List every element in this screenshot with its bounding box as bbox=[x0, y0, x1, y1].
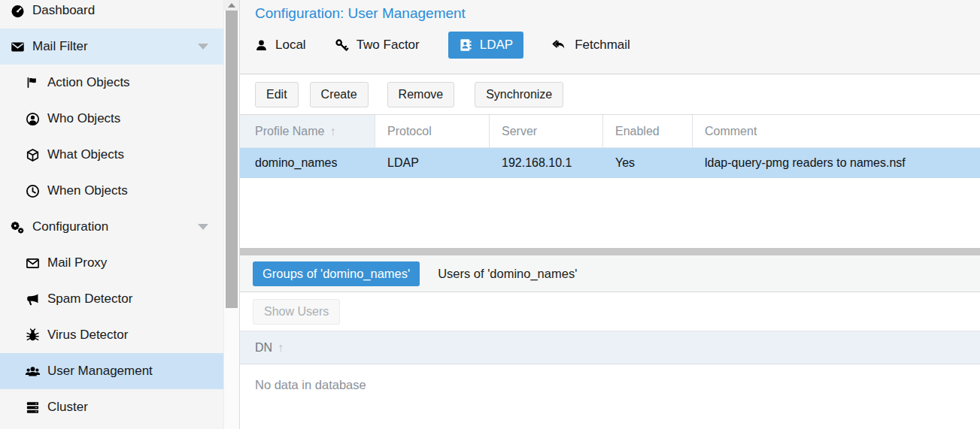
sidebar-item-label: Virus Detector bbox=[47, 328, 128, 343]
column-label: Enabled bbox=[615, 125, 660, 138]
cell-profile-name: domino_names bbox=[240, 148, 375, 178]
panel-splitter[interactable] bbox=[240, 248, 980, 255]
cell-protocol: LDAP bbox=[375, 148, 490, 178]
address-book-icon bbox=[459, 38, 472, 52]
page-title: Configuration: User Management bbox=[240, 0, 980, 22]
column-label: DN bbox=[255, 341, 272, 355]
profiles-toolbar: Edit Create Remove Synchronize bbox=[240, 74, 980, 115]
column-header-comment[interactable]: Comment bbox=[693, 115, 980, 147]
create-button[interactable]: Create bbox=[310, 82, 369, 107]
header-zone: Configuration: User Management Local Two… bbox=[240, 0, 980, 74]
envelope-solid-icon bbox=[9, 40, 26, 53]
column-label: Server bbox=[502, 125, 537, 138]
sidebar: Dashboard Mail Filter Action Objects Who… bbox=[0, 0, 223, 429]
cube-icon bbox=[24, 148, 41, 162]
sidebar-scrollbar[interactable] bbox=[223, 0, 239, 429]
bullhorn-icon bbox=[24, 292, 41, 306]
sidebar-item-label: What Objects bbox=[47, 147, 124, 162]
column-header-server[interactable]: Server bbox=[490, 115, 603, 147]
edit-button[interactable]: Edit bbox=[255, 82, 299, 107]
user-circle-icon bbox=[24, 112, 41, 125]
column-label: Profile Name bbox=[255, 125, 324, 138]
chevron-down-icon[interactable] bbox=[198, 224, 208, 230]
tab-label: Two Factor bbox=[357, 38, 420, 53]
sidebar-item-label: Configuration bbox=[32, 219, 108, 234]
sidebar-item-label: Spam Detector bbox=[47, 292, 132, 307]
sidebar-item-when-objects[interactable]: When Objects bbox=[0, 173, 223, 209]
dashboard-icon bbox=[9, 4, 26, 17]
gears-icon bbox=[9, 220, 26, 234]
users-icon bbox=[24, 364, 41, 378]
column-header-profile-name[interactable]: Profile Name ↑ bbox=[240, 115, 375, 147]
remove-button[interactable]: Remove bbox=[387, 82, 455, 107]
sidebar-item-label: Mail Filter bbox=[32, 39, 88, 54]
profiles-table-header: Profile Name ↑ Protocol Server Enabled C… bbox=[240, 115, 980, 148]
scroll-up-arrow-icon bbox=[228, 3, 235, 8]
sidebar-item-what-objects[interactable]: What Objects bbox=[0, 137, 223, 173]
reply-all-icon bbox=[552, 38, 567, 52]
table-row[interactable]: domino_names LDAP 192.168.10.1 Yes ldap-… bbox=[240, 148, 980, 178]
bug-icon bbox=[24, 328, 41, 342]
main-panel: Configuration: User Management Local Two… bbox=[239, 0, 980, 429]
sidebar-item-virus-detector[interactable]: Virus Detector bbox=[0, 317, 223, 353]
synchronize-button[interactable]: Synchronize bbox=[475, 82, 563, 107]
tab-label: Fetchmail bbox=[575, 38, 630, 53]
sidebar-item-dashboard[interactable]: Dashboard bbox=[0, 0, 223, 29]
column-label: Comment bbox=[705, 125, 757, 138]
sidebar-item-cluster[interactable]: Cluster bbox=[0, 389, 223, 425]
sidebar-item-label: Dashboard bbox=[32, 3, 95, 18]
user-icon bbox=[255, 39, 268, 52]
profiles-table-empty-area bbox=[240, 178, 980, 248]
flag-icon bbox=[24, 76, 41, 89]
column-header-enabled[interactable]: Enabled bbox=[603, 115, 693, 147]
cell-comment: ldap-query-pmg readers to names.nsf bbox=[693, 148, 980, 178]
tab-fetchmail[interactable]: Fetchmail bbox=[552, 38, 630, 53]
server-icon bbox=[24, 400, 41, 414]
sidebar-item-user-management[interactable]: User Management bbox=[0, 353, 223, 389]
sidebar-item-label: Mail Proxy bbox=[47, 255, 107, 270]
key-icon bbox=[335, 38, 349, 53]
envelope-outline-icon bbox=[24, 256, 41, 270]
sidebar-item-mail-proxy[interactable]: Mail Proxy bbox=[0, 245, 223, 281]
sidebar-item-label: Who Objects bbox=[47, 111, 120, 126]
cell-server: 192.168.10.1 bbox=[490, 148, 603, 178]
chevron-down-icon[interactable] bbox=[198, 44, 208, 50]
sidebar-item-label: Cluster bbox=[47, 400, 88, 415]
detail-tab-bar: Groups of 'domino_names' Users of 'domin… bbox=[240, 255, 980, 292]
tab-two-factor[interactable]: Two Factor bbox=[335, 38, 420, 53]
column-header-dn[interactable]: DN ↑ bbox=[240, 331, 980, 364]
detail-toolbar: Show Users bbox=[240, 292, 980, 331]
sidebar-item-action-objects[interactable]: Action Objects bbox=[0, 65, 223, 101]
tab-groups[interactable]: Groups of 'domino_names' bbox=[253, 261, 420, 286]
scroll-up-button[interactable] bbox=[224, 0, 239, 11]
column-header-protocol[interactable]: Protocol bbox=[375, 115, 490, 147]
column-label: Protocol bbox=[387, 125, 432, 138]
clock-icon bbox=[24, 184, 41, 198]
dn-table-empty-text: No data in database bbox=[240, 364, 980, 429]
cell-enabled: Yes bbox=[603, 148, 693, 178]
sidebar-item-label: Action Objects bbox=[47, 75, 130, 90]
tab-bar: Local Two Factor LDAP Fetchmail bbox=[240, 22, 980, 68]
sidebar-item-label: User Management bbox=[47, 364, 153, 379]
sidebar-item-who-objects[interactable]: Who Objects bbox=[0, 101, 223, 137]
tab-label: LDAP bbox=[480, 38, 513, 53]
tab-users[interactable]: Users of 'domino_names' bbox=[438, 267, 577, 281]
sidebar-nav: Dashboard Mail Filter Action Objects Who… bbox=[0, 0, 223, 425]
sidebar-item-configuration[interactable]: Configuration bbox=[0, 209, 223, 245]
show-users-button[interactable]: Show Users bbox=[253, 299, 340, 325]
sidebar-item-mail-filter[interactable]: Mail Filter bbox=[0, 29, 223, 65]
sidebar-item-label: When Objects bbox=[47, 183, 128, 198]
sort-asc-icon: ↑ bbox=[278, 341, 284, 355]
scrollbar-thumb[interactable] bbox=[226, 11, 238, 308]
tab-label: Local bbox=[275, 38, 306, 53]
sidebar-item-spam-detector[interactable]: Spam Detector bbox=[0, 281, 223, 317]
tab-local[interactable]: Local bbox=[255, 38, 306, 53]
sort-asc-icon: ↑ bbox=[329, 125, 335, 138]
tab-ldap[interactable]: LDAP bbox=[448, 32, 523, 59]
